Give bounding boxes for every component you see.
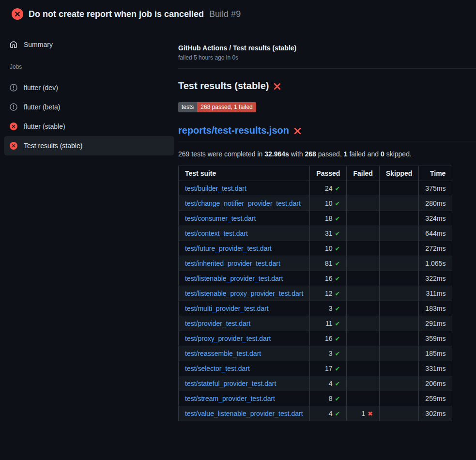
skipped-cell: [379, 181, 418, 196]
job-label: flutter (stable): [24, 123, 65, 130]
failed-cell: [347, 196, 379, 211]
sidebar-job-test-results-stable[interactable]: Test results (stable): [4, 136, 174, 155]
passed-cell: 4✔: [310, 376, 347, 391]
table-row: test/stream_provider_test.dart 8✔ 259ms: [179, 391, 452, 406]
skipped-cell: [379, 376, 418, 391]
test-suite-link[interactable]: test/listenable_provider_test.dart: [185, 275, 283, 282]
check-icon: ✔: [335, 290, 340, 297]
suite-cell: test/stateful_provider_test.dart: [179, 376, 310, 391]
suite-cell: test/listenable_provider_test.dart: [179, 271, 310, 286]
failed-cell: [347, 331, 379, 346]
time-cell: 206ms: [419, 376, 452, 391]
suite-cell: test/context_test.dart: [179, 226, 310, 241]
check-run-header: Do not create report when job is cancell…: [0, 0, 476, 27]
check-icon: ✔: [335, 200, 340, 207]
skipped-cell: [379, 226, 418, 241]
check-icon: ✔: [335, 410, 340, 417]
failed-cell: [347, 241, 379, 256]
summary-line: 269 tests were completed in 32.964s with…: [178, 150, 476, 158]
test-suite-link[interactable]: test/value_listenable_provider_test.dart: [185, 410, 303, 417]
table-row: test/future_provider_test.dart 10✔ 272ms: [179, 241, 452, 256]
table-row: test/proxy_provider_test.dart 16✔ 359ms: [179, 331, 452, 346]
test-suite-link[interactable]: test/selector_test.dart: [185, 365, 250, 372]
x-circle-icon: [10, 123, 17, 130]
summary-failed: 1: [344, 150, 348, 158]
time-cell: 644ms: [419, 226, 452, 241]
failed-cell: [347, 346, 379, 361]
check-icon: ✔: [335, 320, 340, 327]
suite-cell: test/change_notifier_provider_test.dart: [179, 196, 310, 211]
suite-cell: test/consumer_test.dart: [179, 211, 310, 226]
test-suite-link[interactable]: test/reassemble_test.dart: [185, 350, 261, 357]
time-cell: 183ms: [419, 301, 452, 316]
build-number: Build #9: [209, 9, 241, 19]
red-x-icon: [273, 82, 281, 91]
check-icon: ✔: [335, 230, 340, 237]
table-row: test/change_notifier_provider_test.dart …: [179, 196, 452, 211]
test-suite-link[interactable]: test/stream_provider_test.dart: [185, 395, 275, 402]
skipped-cell: [379, 361, 418, 376]
suite-cell: test/multi_provider_test.dart: [179, 301, 310, 316]
time-cell: 311ms: [419, 286, 452, 301]
sidebar-job-flutter-stable[interactable]: flutter (stable): [4, 117, 174, 136]
check-icon: ✔: [335, 215, 340, 222]
test-suite-link[interactable]: test/inherited_provider_test.dart: [185, 260, 280, 267]
test-suite-link[interactable]: test/future_provider_test.dart: [185, 245, 272, 252]
x-circle-icon: [12, 8, 23, 20]
passed-cell: 31✔: [310, 226, 347, 241]
test-suite-link[interactable]: test/listenable_proxy_provider_test.dart: [185, 290, 303, 297]
test-suite-link[interactable]: test/provider_test.dart: [185, 320, 250, 327]
summary-passed: 268: [305, 150, 316, 158]
report-link[interactable]: reports/test-results.json: [178, 125, 289, 136]
passed-cell: 18✔: [310, 211, 347, 226]
skipped-cell: [379, 286, 418, 301]
test-suite-link[interactable]: test/change_notifier_provider_test.dart: [185, 199, 301, 207]
suite-cell: test/value_listenable_provider_test.dart: [179, 406, 310, 421]
table-row: test/context_test.dart 31✔ 644ms: [179, 226, 452, 241]
passed-cell: 17✔: [310, 361, 347, 376]
test-suite-link[interactable]: test/proxy_provider_test.dart: [185, 335, 271, 342]
test-suite-link[interactable]: test/consumer_test.dart: [185, 215, 256, 222]
skipped-cell: [379, 346, 418, 361]
tests-badge[interactable]: tests 268 passed, 1 failed: [178, 102, 256, 112]
sidebar: Summary Jobs flutter (dev) flutter (beta…: [0, 27, 178, 155]
test-suite-link[interactable]: test/multi_provider_test.dart: [185, 305, 269, 312]
check-icon: ✔: [335, 380, 340, 387]
table-row: test/stateful_provider_test.dart 4✔ 206m…: [179, 376, 452, 391]
table-row: test/selector_test.dart 17✔ 331ms: [179, 361, 452, 376]
results-table: Test suite Passed Failed Skipped Time te…: [178, 166, 452, 421]
table-row: test/listenable_provider_test.dart 16✔ 3…: [179, 271, 452, 286]
table-row: test/listenable_proxy_provider_test.dart…: [179, 286, 452, 301]
job-label: flutter (beta): [24, 103, 60, 111]
skipped-cell: [379, 241, 418, 256]
time-cell: 280ms: [419, 196, 452, 211]
test-suite-link[interactable]: test/builder_test.dart: [185, 184, 246, 192]
check-icon: ✔: [335, 185, 340, 192]
passed-cell: 10✔: [310, 196, 347, 211]
skipped-cell: [379, 211, 418, 226]
suite-cell: test/stream_provider_test.dart: [179, 391, 310, 406]
sidebar-job-flutter-dev[interactable]: flutter (dev): [4, 78, 174, 97]
failed-cell: [347, 181, 379, 196]
time-cell: 259ms: [419, 391, 452, 406]
sidebar-item-summary[interactable]: Summary: [4, 36, 174, 53]
col-failed: Failed: [347, 166, 379, 181]
passed-cell: 16✔: [310, 331, 347, 346]
sidebar-job-flutter-beta[interactable]: flutter (beta): [4, 97, 174, 117]
time-cell: 1.065s: [419, 256, 452, 271]
skipped-cell: [379, 196, 418, 211]
time-cell: 291ms: [419, 316, 452, 331]
skipped-cell: [379, 316, 418, 331]
table-row: test/builder_test.dart 24✔ 375ms: [179, 181, 452, 196]
suite-cell: test/inherited_provider_test.dart: [179, 256, 310, 271]
check-icon: ✔: [335, 305, 340, 312]
report-heading: reports/test-results.json: [178, 125, 476, 141]
check-icon: ✔: [335, 260, 340, 267]
check-title-text: Test results (stable): [178, 80, 269, 92]
time-cell: 359ms: [419, 331, 452, 346]
passed-cell: 24✔: [310, 181, 347, 196]
skipped-cell: [379, 301, 418, 316]
test-suite-link[interactable]: test/context_test.dart: [185, 230, 248, 237]
skipped-cell: [379, 391, 418, 406]
test-suite-link[interactable]: test/stateful_provider_test.dart: [185, 380, 276, 387]
